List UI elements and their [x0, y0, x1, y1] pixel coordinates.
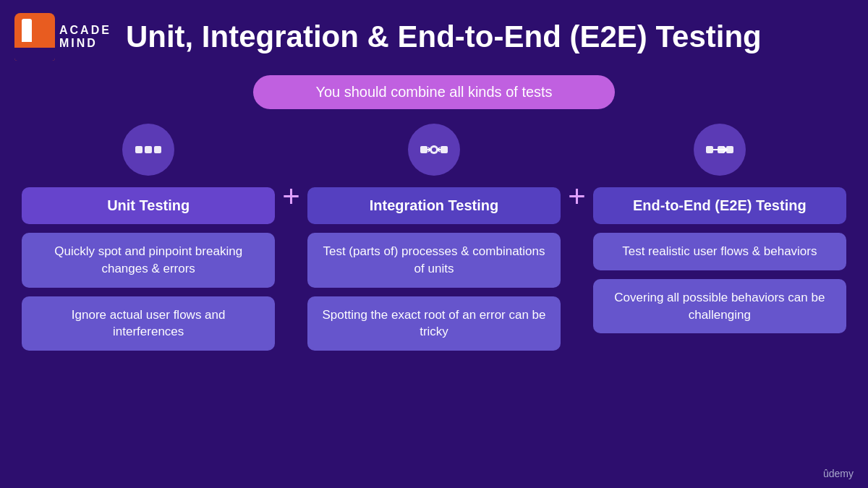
svg-rect-12 — [726, 146, 733, 153]
integration-info-box-1: Test (parts of) processes & combinations… — [307, 233, 561, 288]
svg-rect-3 — [420, 146, 427, 153]
svg-rect-0 — [135, 146, 142, 153]
unit-testing-column: Unit Testing Quickly spot and pinpoint b… — [22, 124, 275, 351]
e2e-testing-icon-circle — [694, 124, 746, 176]
e2e-testing-header: End-to-End (E2E) Testing — [593, 187, 846, 224]
integration-testing-column: Integration Testing Test (parts of) proc… — [307, 124, 561, 351]
plus-sign-2: + — [568, 181, 586, 212]
logo: ACADE MIND — [14, 13, 111, 61]
logo-icon — [14, 13, 55, 61]
plus-sign-1-container: + — [282, 124, 300, 212]
integration-testing-icon-circle — [408, 124, 460, 176]
logo-line2: MIND — [59, 37, 111, 50]
unit-testing-icon-circle — [122, 124, 174, 176]
e2e-testing-column: End-to-End (E2E) Testing Test realistic … — [593, 124, 846, 333]
unit-info-box-2: Ignore actual user flows and interferenc… — [22, 296, 275, 351]
banner-container: You should combine all kinds of tests — [0, 75, 868, 109]
svg-rect-2 — [154, 146, 161, 153]
logo-line1: ACADE — [59, 24, 111, 37]
svg-rect-8 — [441, 146, 448, 153]
banner-text: You should combine all kinds of tests — [315, 84, 552, 100]
integration-icon-svg — [418, 134, 450, 166]
svg-rect-9 — [706, 146, 713, 153]
header: ACADE MIND Unit, Integration & End-to-En… — [0, 0, 868, 68]
svg-rect-11 — [718, 146, 725, 153]
svg-point-6 — [432, 147, 436, 152]
plus-sign-1: + — [282, 181, 300, 212]
unit-info-box-1: Quickly spot and pinpoint breaking chang… — [22, 233, 275, 288]
plus-sign-2-container: + — [568, 124, 586, 212]
integration-info-box-2: Spotting the exact root of an error can … — [307, 296, 561, 351]
logo-text: ACADE MIND — [59, 24, 111, 49]
e2e-info-box-1: Test realistic user flows & behaviors — [593, 233, 846, 270]
e2e-icon-svg — [704, 134, 736, 166]
svg-rect-1 — [145, 146, 152, 153]
page-title: Unit, Integration & End-to-End (E2E) Tes… — [126, 20, 762, 54]
e2e-info-box-2: Covering all possible behaviors can be c… — [593, 279, 846, 334]
integration-testing-header: Integration Testing — [307, 187, 561, 224]
unit-icon-svg — [132, 134, 164, 166]
unit-testing-header: Unit Testing — [22, 187, 275, 224]
banner: You should combine all kinds of tests — [253, 75, 615, 109]
udemy-logo: ûdemy — [823, 468, 854, 479]
